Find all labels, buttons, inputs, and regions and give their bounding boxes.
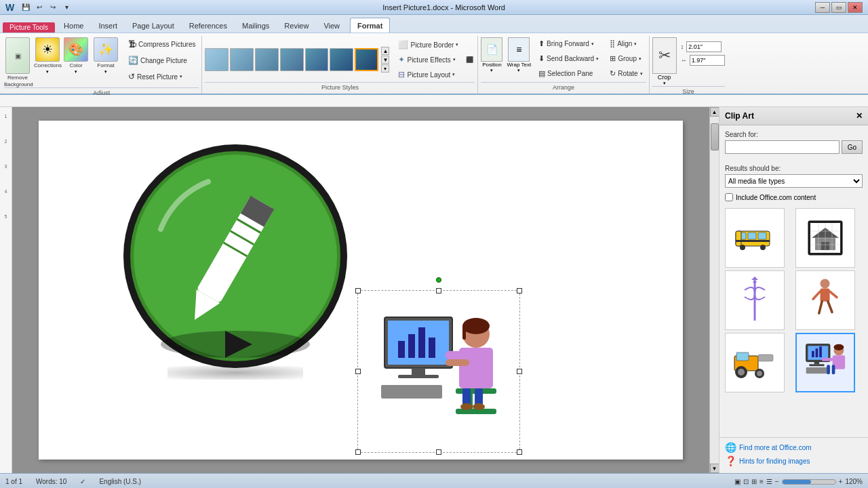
close-button[interactable]: ✕ — [848, 2, 863, 13]
svg-point-32 — [473, 403, 485, 410]
go-button[interactable]: Go — [842, 140, 863, 154]
zoom-slider[interactable] — [782, 479, 836, 485]
include-office-checkbox[interactable] — [725, 193, 733, 201]
pic-style-4[interactable] — [280, 48, 304, 71]
clip-item-tractor[interactable] — [725, 333, 785, 392]
search-input[interactable] — [725, 140, 840, 154]
tab-view[interactable]: View — [316, 18, 347, 33]
clip-item-school-bus[interactable] — [725, 208, 785, 268]
svg-rect-74 — [809, 364, 824, 366]
styles-gallery-expand[interactable]: ⬛ — [465, 55, 475, 64]
print-layout-btn[interactable]: ▣ — [734, 478, 741, 485]
full-screen-btn[interactable]: ⊡ — [743, 478, 749, 485]
zoom-out-btn[interactable]: − — [775, 478, 779, 485]
remove-background-btn[interactable]: ▣ Remove Background — [4, 37, 31, 87]
align-btn[interactable]: ⣿Align▾ — [606, 37, 646, 50]
restore-button[interactable]: ▭ — [831, 2, 846, 13]
minimize-button[interactable]: ─ — [815, 2, 830, 13]
pic-style-1[interactable] — [205, 48, 229, 71]
tab-review[interactable]: Review — [277, 18, 316, 33]
handle-top-left[interactable] — [355, 288, 361, 293]
size-fields: ↕ ↔ — [681, 37, 725, 66]
rotate-handle[interactable] — [436, 277, 441, 283]
styles-dropdown[interactable]: ▾ — [381, 64, 389, 73]
qa-dropdown[interactable]: ▾ — [60, 1, 73, 14]
svg-rect-23 — [459, 348, 493, 388]
zoom-in-btn[interactable]: + — [839, 478, 843, 485]
color-btn[interactable]: 🎨 Color ▾ — [62, 37, 90, 75]
clip-item-caduceus[interactable] — [725, 270, 785, 330]
handle-bottom-center[interactable] — [436, 449, 441, 455]
web-layout-btn[interactable]: ⊞ — [751, 478, 757, 485]
bring-forward-btn[interactable]: ⬆Bring Forward▾ — [535, 37, 602, 50]
page-indicator: 1 of 1 — [5, 478, 22, 485]
change-picture-btn[interactable]: 🔄Change Picture — [125, 54, 199, 67]
draft-btn[interactable]: ☰ — [766, 478, 772, 485]
scroll-thumb[interactable] — [711, 123, 719, 150]
handle-top-right[interactable] — [517, 288, 522, 293]
pic-style-5[interactable] — [305, 48, 329, 71]
handle-bottom-left[interactable] — [355, 449, 361, 455]
rotate-btn[interactable]: ↻Rotate▾ — [606, 67, 646, 80]
hints-link[interactable]: ❓ Hints for finding images — [725, 455, 863, 466]
styles-scroll-down[interactable]: ▼ — [381, 56, 389, 64]
styles-scroll-up[interactable]: ▲ — [381, 47, 389, 55]
tab-page-layout[interactable]: Page Layout — [125, 18, 182, 33]
svg-rect-24 — [446, 351, 462, 359]
scroll-up-button[interactable]: ▲ — [710, 107, 719, 117]
picture-border-btn[interactable]: ⬜ Picture Border▾ — [395, 38, 462, 52]
picture-effects-btn[interactable]: ✦ Picture Effects▾ — [395, 53, 462, 66]
compress-pictures-btn[interactable]: 🗜Compress Pictures — [125, 37, 199, 51]
find-more-link[interactable]: 🌐 Find more at Office.com — [725, 442, 863, 453]
svg-rect-70 — [812, 350, 814, 357]
tab-references[interactable]: References — [182, 18, 235, 33]
outline-btn[interactable]: ≡ — [760, 478, 764, 485]
handle-middle-left[interactable] — [355, 369, 361, 374]
save-button[interactable]: 💾 — [20, 1, 32, 14]
clip-item-person[interactable] — [795, 270, 855, 330]
undo-button[interactable]: ↩ — [33, 1, 45, 14]
svg-marker-54 — [753, 281, 757, 285]
clip-item-computer-person[interactable] — [795, 333, 855, 392]
main-logo-image[interactable] — [120, 141, 351, 371]
spell-check-icon[interactable]: ✓ — [80, 478, 85, 485]
handle-top-center[interactable] — [436, 288, 441, 293]
tab-insert[interactable]: Insert — [91, 18, 125, 33]
redo-button[interactable]: ↪ — [47, 1, 59, 14]
pic-style-3[interactable] — [255, 48, 279, 71]
position-btn[interactable]: 📄 Position ▾ — [481, 37, 502, 73]
selected-clip-art[interactable] — [357, 290, 520, 453]
tab-mailings[interactable]: Mailings — [235, 18, 277, 33]
svg-line-59 — [819, 302, 822, 314]
reset-picture-btn[interactable]: ↺Reset Picture ▾ — [125, 70, 199, 83]
width-input[interactable] — [690, 55, 725, 66]
picture-layout-btn[interactable]: ⊟ Picture Layout▾ — [395, 68, 462, 81]
selection-pane-btn[interactable]: ▤Selection Pane — [535, 67, 602, 80]
results-label: Results should be: — [725, 165, 863, 172]
scroll-track[interactable] — [710, 117, 719, 464]
height-input[interactable] — [686, 41, 722, 52]
artistic-effects-btn[interactable]: ✨ Format ▾ — [91, 37, 121, 75]
svg-rect-81 — [832, 365, 835, 374]
pic-style-7[interactable] — [355, 48, 378, 71]
crop-btn[interactable]: ✂ Crop ▾ — [652, 37, 677, 86]
pic-style-6[interactable] — [330, 48, 353, 71]
corrections-btn[interactable]: ☀ Corrections ▾ — [34, 37, 61, 75]
handle-bottom-right[interactable] — [517, 449, 522, 455]
zoom-level[interactable]: 120% — [845, 478, 863, 485]
wrap-text-btn[interactable]: ≡ Wrap Text ▾ — [507, 37, 531, 73]
results-dropdown[interactable]: All media file types — [725, 174, 863, 188]
language-indicator[interactable]: English (U.S.) — [99, 478, 141, 485]
clip-item-house[interactable] — [795, 208, 855, 268]
clip-art-header: Clip Art ✕ — [719, 107, 868, 125]
pic-style-2[interactable] — [230, 48, 254, 71]
tab-home[interactable]: Home — [56, 18, 91, 33]
tab-format[interactable]: Format — [350, 18, 390, 33]
send-backward-btn[interactable]: ⬇Send Backward▾ — [535, 52, 602, 65]
handle-middle-right[interactable] — [517, 369, 522, 374]
picture-styles-strip — [205, 48, 378, 71]
group-btn[interactable]: ⊞Group▾ — [606, 52, 646, 65]
ribbon: Picture Tools Home Insert Page Layout Re… — [0, 15, 868, 95]
scroll-down-button[interactable]: ▼ — [710, 464, 719, 473]
clip-art-close-icon[interactable]: ✕ — [856, 111, 863, 121]
